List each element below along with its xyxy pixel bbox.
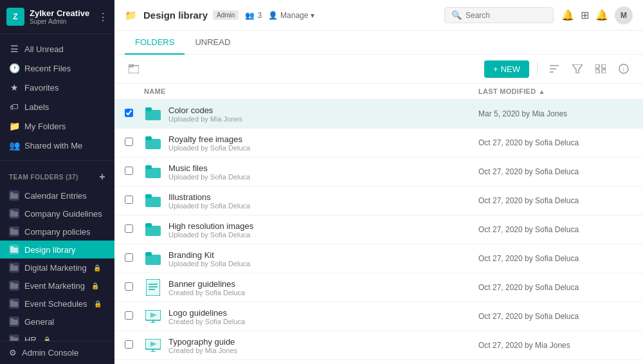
sidebar-item-label: Digital Marketing xyxy=(24,263,87,273)
svg-rect-17 xyxy=(10,336,14,338)
admin-console-icon: ⚙ xyxy=(9,348,17,358)
recent-files-icon: 🕐 xyxy=(9,63,19,73)
filter-icon[interactable] xyxy=(568,60,586,78)
table-row[interactable]: Typography guide Created by Mia Jones Oc… xyxy=(114,331,643,360)
sidebar-item-event-schedules[interactable]: Event Schedules 🔒 xyxy=(0,295,114,313)
file-sub: Uploaded by Sofia Deluca xyxy=(168,144,250,152)
notifications-icon[interactable]: 🔔 xyxy=(561,9,574,21)
svg-rect-46 xyxy=(146,279,160,296)
sidebar-item-digital-marketing[interactable]: Digital Marketing 🔒 xyxy=(0,259,114,277)
modified-cell: Oct 27, 2020 by Sofia Deluca xyxy=(478,312,633,321)
row-checkbox[interactable] xyxy=(125,109,144,119)
table-row[interactable]: Branding Kit Uploaded by Sofia Deluca Oc… xyxy=(114,244,643,273)
sidebar-item-label: Event Schedules xyxy=(24,299,87,309)
sidebar-item-calendar-entries[interactable]: Calendar Entries xyxy=(0,187,114,205)
admin-console-link[interactable]: ⚙ Admin Console xyxy=(0,341,114,364)
tab-unread[interactable]: UNREAD xyxy=(185,31,240,55)
sidebar-item-label: Event Marketing xyxy=(24,281,85,291)
svg-marker-27 xyxy=(572,64,583,73)
sidebar-item-company-policies[interactable]: Company policies xyxy=(0,223,114,241)
more-options-icon[interactable]: ⋮ xyxy=(98,11,108,23)
add-team-folder-button[interactable]: + xyxy=(99,171,105,183)
file-sub: Uploaded by Mia Jones xyxy=(168,115,242,123)
file-name: Banner guidelines xyxy=(168,279,245,289)
sidebar-item-favorites[interactable]: ★ Favorites xyxy=(0,78,114,97)
row-name-cell: Logo guidelines Created by Sofia Deluca xyxy=(144,307,478,325)
row-checkbox[interactable] xyxy=(125,282,144,293)
header-icons: 🔔 ⊞ 🔔 M xyxy=(561,6,633,24)
table-row[interactable]: Logo guidelines Created by Sofia Deluca … xyxy=(114,302,643,331)
sidebar-item-all-unread[interactable]: ☰ All Unread xyxy=(0,39,114,59)
sidebar-item-label: Calendar Entries xyxy=(24,191,87,201)
tab-folders[interactable]: FOLDERS xyxy=(125,31,185,55)
table-row[interactable]: How to create a Brand Style Guide Create… xyxy=(114,360,643,364)
main-content: 📁 Design library Admin 👥 3 👤 Manage ▾ 🔍 … xyxy=(114,0,643,364)
sort-icon[interactable] xyxy=(545,60,563,78)
svg-rect-29 xyxy=(602,64,606,68)
manage-button[interactable]: 👤 Manage ▾ xyxy=(268,11,314,20)
folder-icon xyxy=(9,262,19,273)
svg-rect-8 xyxy=(10,266,18,271)
new-button[interactable]: + NEW xyxy=(484,60,529,78)
file-name: Music files xyxy=(168,163,250,173)
sidebar-item-label: Favorites xyxy=(24,83,59,93)
modified-label: LAST MODIFIED xyxy=(478,87,536,95)
table-row[interactable]: Illustrations Uploaded by Sofia Deluca O… xyxy=(114,187,643,215)
svg-rect-10 xyxy=(10,284,18,289)
row-checkbox[interactable] xyxy=(125,253,144,264)
row-name-cell: Color codes Uploaded by Mia Jones xyxy=(144,105,478,123)
toolbar-left xyxy=(125,60,143,78)
sidebar-item-general[interactable]: General xyxy=(0,313,114,331)
sidebar-item-design-library[interactable]: Design library xyxy=(0,241,114,259)
apps-icon[interactable]: ⊞ xyxy=(581,9,589,21)
svg-rect-28 xyxy=(595,64,599,68)
row-checkbox[interactable] xyxy=(125,138,144,148)
org-role: Super Admin xyxy=(30,18,89,25)
folder-icon xyxy=(9,298,19,309)
file-sub: Created by Sofia Deluca xyxy=(168,289,245,296)
sidebar-item-labels[interactable]: 🏷 Labels xyxy=(0,97,114,116)
sidebar-item-label: My Folders xyxy=(24,122,66,131)
folder-icon xyxy=(144,250,162,268)
row-checkbox[interactable] xyxy=(125,167,144,177)
sidebar-item-label: Shared with Me xyxy=(24,141,82,150)
row-name-cell: Music files Uploaded by Sofia Deluca xyxy=(144,163,478,181)
sidebar-item-hr[interactable]: HR 🔒 xyxy=(0,331,114,341)
row-name-cell: Illustrations Uploaded by Sofia Deluca xyxy=(144,192,478,210)
svg-rect-7 xyxy=(10,246,14,248)
file-info: Color codes Uploaded by Mia Jones xyxy=(168,105,242,123)
shared-icon: 👥 xyxy=(9,140,19,150)
user-avatar[interactable]: M xyxy=(615,6,633,24)
sidebar-item-label: Design library xyxy=(24,245,75,255)
view-toggle-icon[interactable] xyxy=(592,60,610,78)
toolbar-right: + NEW xyxy=(484,60,633,78)
row-checkbox[interactable] xyxy=(125,196,144,206)
svg-rect-2 xyxy=(10,212,18,217)
sidebar-item-label: Company Guidelines xyxy=(24,209,102,219)
sidebar-item-company-guidelines[interactable]: Company Guidelines xyxy=(0,205,114,223)
table-row[interactable]: High resolution images Uploaded by Sofia… xyxy=(114,215,643,244)
alerts-icon[interactable]: 🔔 xyxy=(595,9,608,21)
svg-rect-37 xyxy=(145,136,152,140)
sidebar-item-my-folders[interactable]: 📁 My Folders xyxy=(0,116,114,136)
folder-icon xyxy=(9,226,19,237)
sidebar-item-shared[interactable]: 👥 Shared with Me xyxy=(0,136,114,155)
table-row[interactable]: Color codes Uploaded by Mia Jones Mar 5,… xyxy=(114,100,643,129)
row-checkbox[interactable] xyxy=(125,311,144,322)
header-left: 📁 Design library Admin 👥 3 👤 Manage ▾ xyxy=(125,10,314,21)
header-right: 🔍 🔔 ⊞ 🔔 M xyxy=(444,6,633,24)
file-table: NAME LAST MODIFIED ▲ Color codes Uploade… xyxy=(114,84,643,364)
info-icon[interactable]: i xyxy=(615,60,633,78)
sidebar-item-recent-files[interactable]: 🕐 Recent Files xyxy=(0,59,114,78)
row-checkbox[interactable] xyxy=(125,340,144,350)
name-column-header: NAME xyxy=(144,87,478,95)
table-row[interactable]: Royalty free images Uploaded by Sofia De… xyxy=(114,129,643,158)
table-row[interactable]: Music files Uploaded by Sofia Deluca Oct… xyxy=(114,158,643,187)
org-logo: Z Zylker Creative Super Admin xyxy=(6,8,89,26)
sidebar-item-event-marketing[interactable]: Event Marketing 🔒 xyxy=(0,277,114,295)
search-box[interactable]: 🔍 xyxy=(444,7,554,23)
table-row[interactable]: Banner guidelines Created by Sofia Deluc… xyxy=(114,273,643,302)
folder-view-icon[interactable] xyxy=(125,60,143,78)
row-checkbox[interactable] xyxy=(125,224,144,235)
search-input[interactable] xyxy=(466,11,547,20)
